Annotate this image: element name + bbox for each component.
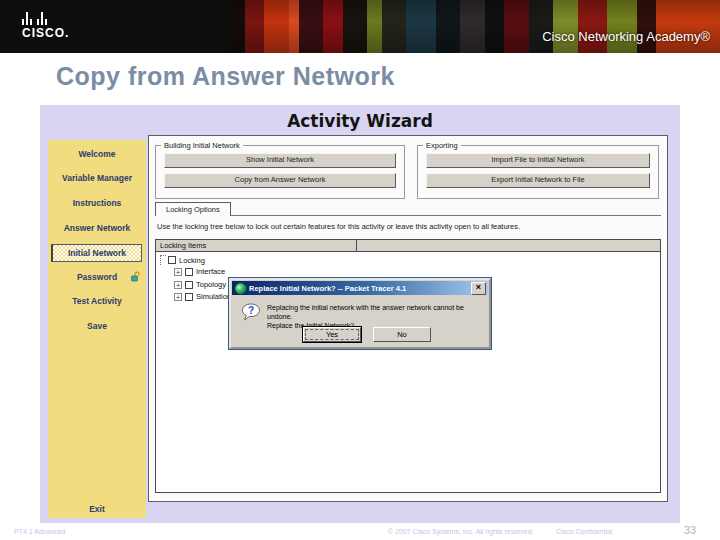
sidebar-item-test-activity[interactable]: Test Activity xyxy=(48,296,146,306)
wizard-sidebar: Welcome Variable Manager Instructions An… xyxy=(48,140,146,518)
import-file-to-initial-network-button[interactable]: Import File to Initial Network xyxy=(426,153,650,168)
activity-wizard-window: Activity Wizard Welcome Variable Manager… xyxy=(40,105,680,523)
locking-items-header-label: Locking Items xyxy=(156,240,660,251)
expand-plus-icon[interactable]: + xyxy=(174,281,182,289)
show-initial-network-button[interactable]: Show Initial Network xyxy=(164,153,396,168)
sidebar-item-initial-network[interactable]: Initial Network xyxy=(51,244,142,262)
brand-text: Cisco Networking Academy® xyxy=(542,29,710,44)
sidebar-item-save[interactable]: Save xyxy=(48,321,146,331)
checkbox-topology[interactable] xyxy=(185,281,193,289)
footer-confidential: Cisco Confidential xyxy=(556,528,612,535)
sidebar-item-exit[interactable]: Exit xyxy=(48,504,146,514)
dialog-titlebar[interactable]: Replace Initial Network? -- Packet Trace… xyxy=(232,281,488,295)
checkbox-interface[interactable] xyxy=(185,268,193,276)
tree-label: Simulation xyxy=(196,292,231,301)
question-bubble-icon: ? xyxy=(241,303,261,327)
column-divider[interactable] xyxy=(356,240,357,251)
tree-row-interface[interactable]: + Interface xyxy=(174,267,225,276)
svg-text:?: ? xyxy=(248,305,254,316)
initial-network-panel: Building Initial Network Show Initial Ne… xyxy=(148,135,668,502)
dialog-title: Replace Initial Network? -- Packet Trace… xyxy=(249,284,471,293)
tree-row-topology[interactable]: + Topology xyxy=(174,280,226,289)
tree-label: Interface xyxy=(196,267,225,276)
tab-locking-options[interactable]: Locking Options xyxy=(155,202,231,216)
exporting-group: Exporting Import File to Initial Network… xyxy=(417,145,659,199)
slide: CISCO. Cisco Networking Academy® Copy fr… xyxy=(0,0,720,540)
dialog-message: Replacing the initial network with the a… xyxy=(267,303,489,330)
export-initial-network-to-file-button[interactable]: Export Initial Network to File xyxy=(426,173,650,188)
close-icon[interactable]: × xyxy=(471,282,486,295)
building-initial-network-group: Building Initial Network Show Initial Ne… xyxy=(155,145,405,199)
cisco-logo: CISCO. xyxy=(22,12,69,40)
tab-divider xyxy=(155,215,661,216)
copy-from-answer-network-button[interactable]: Copy from Answer Network xyxy=(164,173,396,188)
checkbox-locking[interactable] xyxy=(168,256,176,264)
tree-label: Locking xyxy=(179,256,205,265)
header-banner: CISCO. Cisco Networking Academy® xyxy=(0,0,720,53)
packet-tracer-icon xyxy=(235,283,246,294)
dialog-message-line1: Replacing the initial network with the a… xyxy=(267,303,489,321)
yes-button[interactable]: Yes xyxy=(303,327,361,342)
locking-items-header: Locking Items xyxy=(155,239,661,252)
page-number: 33 xyxy=(684,524,696,536)
expand-plus-icon[interactable]: + xyxy=(174,268,182,276)
cisco-logo-icon xyxy=(22,12,69,25)
sidebar-item-variable-manager[interactable]: Variable Manager xyxy=(48,173,146,183)
sidebar-item-answer-network[interactable]: Answer Network xyxy=(48,223,146,233)
unlock-icon xyxy=(130,268,141,286)
wizard-title: Activity Wizard xyxy=(40,111,680,131)
group-legend: Exporting xyxy=(423,141,461,150)
locking-description: Use the locking tree below to lock out c… xyxy=(157,222,520,231)
expand-plus-icon[interactable]: + xyxy=(174,293,182,301)
header-collage-photos xyxy=(230,0,720,53)
footer-copyright: © 2007 Cisco Systems, Inc. All rights re… xyxy=(388,528,534,535)
tree-label: Topology xyxy=(196,280,226,289)
tree-row-simulation[interactable]: + Simulation xyxy=(174,292,231,301)
replace-initial-network-dialog: Replace Initial Network? -- Packet Trace… xyxy=(229,278,491,349)
page-title: Copy from Answer Network xyxy=(56,62,395,91)
no-button[interactable]: No xyxy=(373,327,431,342)
tree-row-locking[interactable]: Locking xyxy=(160,255,205,265)
group-legend: Building Initial Network xyxy=(161,141,243,150)
cisco-logo-text: CISCO. xyxy=(22,26,69,40)
footer-course-label: PT4.1 Advanced xyxy=(14,528,65,535)
checkbox-simulation[interactable] xyxy=(185,293,193,301)
sidebar-item-welcome[interactable]: Welcome xyxy=(48,149,146,159)
sidebar-item-instructions[interactable]: Instructions xyxy=(48,198,146,208)
tree-branch-icon xyxy=(160,255,166,265)
